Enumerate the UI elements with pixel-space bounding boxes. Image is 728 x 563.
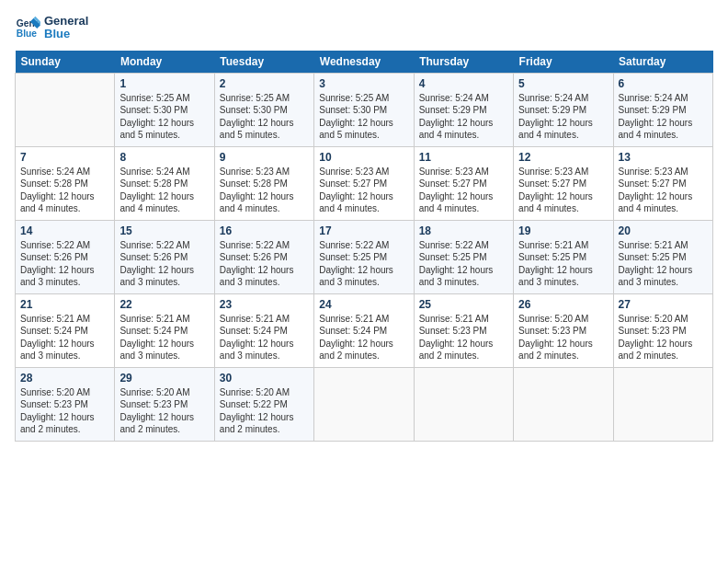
- day-number: 3: [319, 77, 408, 90]
- day-number: 19: [518, 224, 608, 237]
- day-info: Sunrise: 5:21 AMSunset: 5:24 PMDaylight:…: [220, 313, 309, 362]
- calendar-cell: 26Sunrise: 5:20 AMSunset: 5:23 PMDayligh…: [514, 293, 613, 367]
- day-number: 11: [419, 151, 508, 164]
- column-header-tuesday: Tuesday: [214, 51, 313, 74]
- column-header-sunday: Sunday: [16, 51, 115, 74]
- day-info: Sunrise: 5:24 AMSunset: 5:28 PMDaylight:…: [20, 166, 109, 215]
- calendar-cell: 14Sunrise: 5:22 AMSunset: 5:26 PMDayligh…: [16, 220, 115, 293]
- calendar-header-row: SundayMondayTuesdayWednesdayThursdayFrid…: [16, 51, 713, 74]
- day-info: Sunrise: 5:24 AMSunset: 5:29 PMDaylight:…: [419, 92, 508, 142]
- day-number: 17: [319, 224, 408, 237]
- calendar-cell: 4Sunrise: 5:24 AMSunset: 5:29 PMDaylight…: [414, 73, 513, 146]
- day-info: Sunrise: 5:23 AMSunset: 5:27 PMDaylight:…: [518, 166, 608, 215]
- day-info: Sunrise: 5:22 AMSunset: 5:25 PMDaylight:…: [419, 239, 508, 289]
- day-number: 6: [619, 77, 708, 90]
- logo-icon: General Blue: [15, 15, 40, 40]
- day-info: Sunrise: 5:21 AMSunset: 5:25 PMDaylight:…: [619, 239, 708, 289]
- calendar-cell: 9Sunrise: 5:23 AMSunset: 5:28 PMDaylight…: [214, 146, 313, 220]
- day-number: 26: [518, 298, 608, 311]
- calendar-cell: 11Sunrise: 5:23 AMSunset: 5:27 PMDayligh…: [414, 146, 513, 220]
- calendar-table: SundayMondayTuesdayWednesdayThursdayFrid…: [15, 51, 713, 442]
- day-number: 5: [518, 77, 608, 90]
- calendar-cell: [414, 367, 513, 441]
- day-info: Sunrise: 5:20 AMSunset: 5:23 PMDaylight:…: [20, 386, 109, 436]
- calendar-cell: 1Sunrise: 5:25 AMSunset: 5:30 PMDaylight…: [115, 73, 214, 146]
- calendar-cell: 21Sunrise: 5:21 AMSunset: 5:24 PMDayligh…: [16, 293, 115, 367]
- day-info: Sunrise: 5:25 AMSunset: 5:30 PMDaylight:…: [119, 92, 209, 142]
- calendar-week-row: 21Sunrise: 5:21 AMSunset: 5:24 PMDayligh…: [16, 293, 713, 367]
- day-info: Sunrise: 5:20 AMSunset: 5:23 PMDaylight:…: [119, 386, 209, 436]
- calendar-cell: 30Sunrise: 5:20 AMSunset: 5:22 PMDayligh…: [214, 367, 313, 441]
- logo: General Blue General Blue: [15, 15, 88, 41]
- day-info: Sunrise: 5:21 AMSunset: 5:25 PMDaylight:…: [518, 239, 608, 289]
- calendar-cell: 27Sunrise: 5:20 AMSunset: 5:23 PMDayligh…: [613, 293, 712, 367]
- calendar-cell: 15Sunrise: 5:22 AMSunset: 5:26 PMDayligh…: [115, 220, 214, 293]
- day-info: Sunrise: 5:22 AMSunset: 5:25 PMDaylight:…: [319, 239, 408, 289]
- day-number: 2: [220, 77, 309, 90]
- day-number: 21: [20, 298, 109, 311]
- calendar-cell: 3Sunrise: 5:25 AMSunset: 5:30 PMDaylight…: [314, 73, 414, 146]
- calendar-cell: 20Sunrise: 5:21 AMSunset: 5:25 PMDayligh…: [613, 220, 712, 293]
- day-info: Sunrise: 5:20 AMSunset: 5:22 PMDaylight:…: [220, 386, 309, 436]
- calendar-cell: 12Sunrise: 5:23 AMSunset: 5:27 PMDayligh…: [514, 146, 613, 220]
- day-info: Sunrise: 5:24 AMSunset: 5:28 PMDaylight:…: [119, 166, 209, 215]
- day-number: 9: [220, 151, 309, 164]
- calendar-cell: 5Sunrise: 5:24 AMSunset: 5:29 PMDaylight…: [514, 73, 613, 146]
- day-info: Sunrise: 5:23 AMSunset: 5:27 PMDaylight:…: [319, 166, 408, 215]
- day-info: Sunrise: 5:24 AMSunset: 5:29 PMDaylight:…: [518, 92, 608, 142]
- calendar-week-row: 14Sunrise: 5:22 AMSunset: 5:26 PMDayligh…: [16, 220, 713, 293]
- calendar-cell: 10Sunrise: 5:23 AMSunset: 5:27 PMDayligh…: [314, 146, 414, 220]
- calendar-cell: 24Sunrise: 5:21 AMSunset: 5:24 PMDayligh…: [314, 293, 414, 367]
- day-info: Sunrise: 5:21 AMSunset: 5:24 PMDaylight:…: [319, 313, 408, 362]
- calendar-cell: 28Sunrise: 5:20 AMSunset: 5:23 PMDayligh…: [16, 367, 115, 441]
- calendar-cell: 29Sunrise: 5:20 AMSunset: 5:23 PMDayligh…: [115, 367, 214, 441]
- column-header-friday: Friday: [514, 51, 613, 74]
- day-info: Sunrise: 5:24 AMSunset: 5:29 PMDaylight:…: [619, 92, 708, 142]
- day-number: 22: [119, 298, 209, 311]
- day-info: Sunrise: 5:21 AMSunset: 5:24 PMDaylight:…: [119, 313, 209, 362]
- day-number: 28: [20, 372, 109, 385]
- column-header-saturday: Saturday: [613, 51, 712, 74]
- day-number: 18: [419, 224, 508, 237]
- calendar-cell: 17Sunrise: 5:22 AMSunset: 5:25 PMDayligh…: [314, 220, 414, 293]
- day-number: 7: [20, 151, 109, 164]
- calendar-week-row: 7Sunrise: 5:24 AMSunset: 5:28 PMDaylight…: [16, 146, 713, 220]
- day-info: Sunrise: 5:21 AMSunset: 5:24 PMDaylight:…: [20, 313, 109, 362]
- day-number: 8: [119, 151, 209, 164]
- day-number: 24: [319, 298, 408, 311]
- day-number: 29: [119, 372, 209, 385]
- calendar-cell: [514, 367, 613, 441]
- calendar-week-row: 1Sunrise: 5:25 AMSunset: 5:30 PMDaylight…: [16, 73, 713, 146]
- calendar-cell: 6Sunrise: 5:24 AMSunset: 5:29 PMDaylight…: [613, 73, 712, 146]
- day-info: Sunrise: 5:25 AMSunset: 5:30 PMDaylight:…: [319, 92, 408, 142]
- day-number: 1: [119, 77, 209, 90]
- calendar-cell: 19Sunrise: 5:21 AMSunset: 5:25 PMDayligh…: [514, 220, 613, 293]
- day-info: Sunrise: 5:22 AMSunset: 5:26 PMDaylight:…: [119, 239, 209, 289]
- calendar-cell: [613, 367, 712, 441]
- calendar-cell: 2Sunrise: 5:25 AMSunset: 5:30 PMDaylight…: [214, 73, 313, 146]
- calendar-cell: 16Sunrise: 5:22 AMSunset: 5:26 PMDayligh…: [214, 220, 313, 293]
- svg-text:Blue: Blue: [17, 29, 38, 40]
- day-number: 14: [20, 224, 109, 237]
- calendar-cell: 22Sunrise: 5:21 AMSunset: 5:24 PMDayligh…: [115, 293, 214, 367]
- day-info: Sunrise: 5:21 AMSunset: 5:23 PMDaylight:…: [419, 313, 508, 362]
- day-info: Sunrise: 5:23 AMSunset: 5:27 PMDaylight:…: [419, 166, 508, 215]
- calendar-cell: 8Sunrise: 5:24 AMSunset: 5:28 PMDaylight…: [115, 146, 214, 220]
- day-info: Sunrise: 5:25 AMSunset: 5:30 PMDaylight:…: [220, 92, 309, 142]
- day-number: 27: [619, 298, 708, 311]
- page-header: General Blue General Blue: [15, 15, 713, 41]
- calendar-cell: 7Sunrise: 5:24 AMSunset: 5:28 PMDaylight…: [16, 146, 115, 220]
- column-header-thursday: Thursday: [414, 51, 513, 74]
- day-number: 30: [220, 372, 309, 385]
- day-number: 25: [419, 298, 508, 311]
- day-info: Sunrise: 5:20 AMSunset: 5:23 PMDaylight:…: [518, 313, 608, 362]
- day-number: 23: [220, 298, 309, 311]
- day-number: 13: [619, 151, 708, 164]
- day-number: 12: [518, 151, 608, 164]
- day-info: Sunrise: 5:20 AMSunset: 5:23 PMDaylight:…: [619, 313, 708, 362]
- day-info: Sunrise: 5:23 AMSunset: 5:28 PMDaylight:…: [220, 166, 309, 215]
- day-info: Sunrise: 5:22 AMSunset: 5:26 PMDaylight:…: [220, 239, 309, 289]
- logo-text: General Blue: [44, 15, 88, 41]
- day-number: 4: [419, 77, 508, 90]
- day-number: 10: [319, 151, 408, 164]
